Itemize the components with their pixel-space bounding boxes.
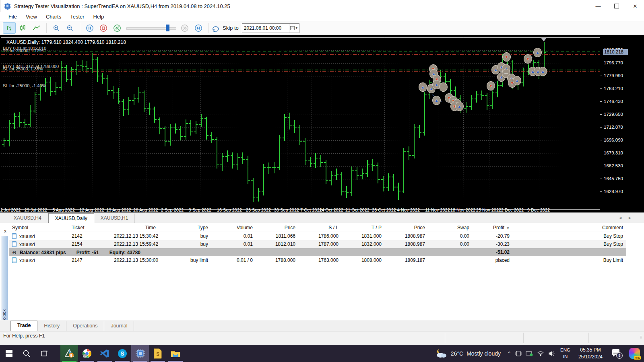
bar-chart-button[interactable] — [3, 22, 16, 34]
column-header-profit[interactable]: Profit▼ — [473, 224, 513, 232]
price-tickmark — [600, 63, 602, 63]
zoom-out-button[interactable] — [64, 22, 76, 34]
display-battery-icon[interactable] — [526, 351, 533, 356]
trade-marker-up: ▲ — [539, 67, 547, 76]
taskbar-app-mt-terminal[interactable]: 5 — [60, 345, 78, 362]
trade-marker-flat: — — [439, 82, 448, 92]
rewind-button[interactable] — [111, 22, 124, 34]
minimize-button[interactable]: — — [589, 0, 607, 12]
clock[interactable]: 05:35 PM 25/10/2024 — [578, 347, 603, 360]
clock-time: 05:35 PM — [578, 347, 603, 353]
menu-file[interactable]: File — [4, 13, 21, 21]
balance-row[interactable]: ⊖Balance: 43831 pipsProfit: -51Equity: 4… — [9, 248, 626, 256]
column-header-swap[interactable]: Swap — [428, 224, 473, 232]
trade-row[interactable]: xauusd21472022.12.13 15:30:00buy limit0.… — [9, 256, 626, 264]
chart-tab-xauusd-h4[interactable]: XAUUSD,H4 — [7, 214, 48, 223]
fast-forward-button[interactable] — [178, 22, 191, 34]
volume-icon[interactable] — [548, 351, 555, 356]
weather-temp: 26°C — [451, 350, 463, 357]
column-header-time[interactable]: Time — [111, 224, 159, 232]
toolbox-tab-history[interactable]: History — [37, 321, 66, 331]
maximize-button[interactable] — [607, 0, 626, 12]
column-header-volume[interactable]: Volume — [211, 224, 256, 232]
trade-marker-down: ▼ — [502, 52, 511, 62]
zoom-in-button[interactable] — [50, 22, 63, 34]
copilot-preview-tag: PRE — [634, 356, 641, 360]
balance-part: Balance: 43831 pips — [20, 250, 66, 255]
tray-expand-icon[interactable]: ⌃ — [507, 351, 511, 356]
date-tick-label: 22 Jul 2022 — [0, 208, 21, 212]
column-header-sl[interactable]: S / L — [299, 224, 342, 232]
price-tickmark — [600, 140, 602, 140]
pause-button[interactable] — [83, 22, 96, 34]
candlestick-button[interactable] — [17, 22, 29, 34]
trade-marker-down: ▼ — [487, 81, 495, 90]
copilot-icon[interactable]: PRE — [629, 348, 640, 359]
weather-widget[interactable]: 26°C Mostly cloudy — [435, 348, 501, 359]
column-header-type[interactable]: Type — [159, 224, 211, 232]
column-header-ticket[interactable]: Ticket — [68, 224, 111, 232]
chart-tab-xauusd-daily[interactable]: XAUUSD,Daily — [48, 213, 94, 223]
resize-grip[interactable]: ⠿ — [640, 335, 643, 339]
toolbox-close-icon[interactable]: x — [2, 228, 8, 233]
weather-icon — [435, 348, 448, 359]
taskbar-app-chrome[interactable]: On — [78, 345, 96, 362]
price-tick-label: 1712.870 — [604, 125, 623, 130]
line-chart-button[interactable] — [30, 22, 43, 34]
trade-marker-up: ▲ — [533, 48, 542, 57]
close-button[interactable]: ✕ — [626, 0, 644, 12]
price-tick-label: 1696.090 — [604, 138, 623, 142]
toolbox-grip[interactable]: Toolbox — [2, 236, 8, 327]
task-view-button[interactable] — [35, 345, 53, 362]
column-header-tp[interactable]: T / P — [342, 224, 385, 232]
collapse-icon[interactable]: ⊖ — [12, 249, 17, 255]
menu-tester[interactable]: Tester — [66, 13, 89, 21]
search-icon[interactable] — [18, 345, 35, 362]
tab-scroll-right-icon[interactable]: ► — [628, 216, 632, 220]
price-tick-label: 1746.430 — [604, 99, 623, 104]
taskbar-app-skype[interactable]: S — [114, 345, 131, 362]
column-header-price[interactable]: Price — [256, 224, 299, 232]
chart-plot-area[interactable]: XAUUSD,Daily: 1779.610 1824.400 1779.610… — [1, 37, 600, 210]
language-indicator[interactable]: ENG IN — [560, 347, 570, 360]
tab-scroll-left-icon[interactable]: ◄ — [618, 216, 622, 220]
skip-to-end-button[interactable] — [192, 22, 205, 34]
price-tickmark — [600, 76, 602, 76]
menu-view[interactable]: View — [21, 13, 41, 21]
start-button[interactable] — [0, 345, 18, 362]
toolbox-tab-operations[interactable]: Operations — [66, 321, 104, 331]
price-tickmark — [600, 50, 602, 50]
dropdown-arrow-icon: ▼ — [295, 27, 298, 29]
tablet-mode-icon[interactable] — [515, 350, 522, 357]
trade-row[interactable]: xauusd21422022.12.13 15:30:42buy0.011811… — [9, 232, 626, 241]
toolbox-tab-trade[interactable]: Trade — [10, 321, 37, 331]
weather-desc: Mostly cloudy — [466, 350, 501, 357]
skip-to-input[interactable] — [242, 25, 289, 31]
chart-panel[interactable]: XAUUSD,Daily: 1779.610 1824.400 1779.610… — [0, 35, 644, 212]
column-header-price[interactable]: Price — [385, 224, 428, 232]
chart-tab-xauusd-h1[interactable]: XAUUSD,H1 — [94, 214, 135, 223]
stop-button[interactable] — [97, 22, 110, 34]
taskbar-app-vscode[interactable] — [96, 345, 114, 362]
trade-connectors — [1, 38, 600, 209]
menu-help[interactable]: Help — [89, 13, 109, 21]
speed-slider-handle[interactable] — [166, 25, 169, 31]
taskbar-app-file-explorer[interactable] — [167, 345, 184, 362]
date-tick-label: 26 Aug 2022 — [133, 208, 158, 212]
trade-table-header[interactable]: SymbolTicketTimeTypeVolumePriceS / LT / … — [9, 224, 626, 232]
trade-row[interactable]: xauusd21542022.12.13 15:59:42buy0.011812… — [9, 240, 626, 248]
svg-text:On: On — [83, 355, 87, 357]
column-header-comment[interactable]: Comment — [513, 224, 626, 232]
toolbox-tab-bar: TradeHistoryOperationsJournal — [0, 320, 644, 331]
calendar-dropdown-button[interactable]: ▼ — [289, 24, 299, 33]
column-header-symbol[interactable]: Symbol — [9, 224, 68, 232]
notification-center-icon[interactable]: 5 — [612, 349, 622, 358]
taskbar-app-mt5[interactable]: 5 — [149, 345, 167, 362]
menu-charts[interactable]: Charts — [41, 13, 66, 21]
date-tick-label: 9 Dec 2022 — [527, 208, 550, 212]
wifi-icon[interactable] — [537, 351, 544, 356]
balance-part: Profit: -51 — [76, 250, 99, 255]
speed-slider[interactable] — [126, 24, 175, 32]
toolbox-tab-journal[interactable]: Journal — [104, 321, 134, 331]
taskbar-app-strategy-tester[interactable] — [131, 345, 149, 362]
